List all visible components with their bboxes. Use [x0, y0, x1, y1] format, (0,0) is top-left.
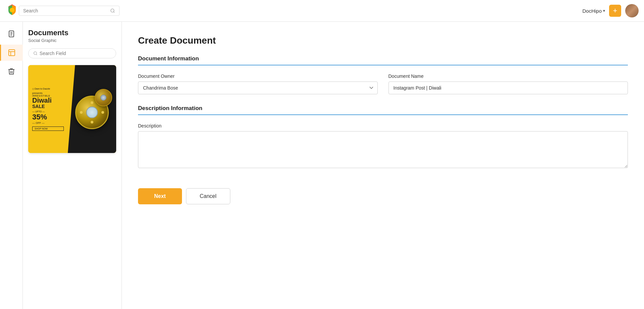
avatar[interactable] [625, 4, 639, 17]
document-info-form-row: Document Owner Chandrima Bose Document N… [138, 73, 628, 94]
app-logo[interactable] [5, 3, 19, 18]
svg-rect-7 [9, 50, 15, 56]
cancel-button[interactable]: Cancel [186, 188, 230, 204]
document-info-section: Document Information [138, 55, 628, 65]
navbar: DocHipo ▾ + [0, 0, 644, 22]
document-name-input[interactable] [388, 82, 628, 94]
field-search-icon [33, 51, 38, 56]
sidebar-item-trash[interactable] [3, 63, 19, 80]
diwali-logo-text: ◇ Dare to Dazzle [32, 88, 64, 90]
svg-point-1 [111, 9, 114, 12]
action-row: Next Cancel [138, 188, 628, 204]
description-textarea[interactable] [138, 131, 628, 168]
section-description-info-title: Description Information [138, 105, 202, 111]
add-button[interactable]: + [609, 5, 621, 17]
search-input[interactable] [23, 8, 108, 13]
sidebar [0, 22, 23, 309]
sidebar-item-documents[interactable] [3, 26, 19, 42]
description-section: Description Information Description [138, 105, 628, 168]
document-owner-select[interactable]: Chandrima Bose [138, 82, 378, 94]
diwali-title: Diwali [32, 97, 64, 104]
document-icon [7, 30, 15, 38]
panel-subtitle: Social Graphic [28, 38, 116, 43]
template-card[interactable]: ◇ Dare to Dazzle presents IRRESISTIBLE D… [28, 65, 116, 153]
diwali-upto: — UPTO — [32, 110, 64, 113]
description-label: Description [138, 123, 628, 128]
diwali-left-panel: ◇ Dare to Dazzle presents IRRESISTIBLE D… [28, 65, 68, 153]
panel-title: Documents [28, 29, 116, 37]
document-owner-group: Document Owner Chandrima Bose [138, 73, 378, 94]
document-name-group: Document Name [388, 73, 628, 94]
svg-point-10 [34, 52, 37, 55]
next-button[interactable]: Next [138, 188, 182, 204]
avatar-image [625, 4, 639, 17]
documents-panel: Documents Social Graphic ◇ Dare to Dazzl… [23, 22, 122, 309]
chevron-down-icon: ▾ [603, 8, 605, 13]
diwali-presents: presents [32, 92, 64, 95]
template-icon [8, 49, 16, 57]
description-group: Description [138, 123, 628, 168]
trash-icon [7, 67, 15, 75]
diwali-sale: SALE [32, 104, 64, 109]
description-info-section: Description Information [138, 105, 628, 115]
field-search-bar[interactable] [28, 48, 116, 58]
diwali-percent: 35% [32, 113, 64, 121]
diwali-off: — OFF — [32, 121, 64, 124]
navbar-right: DocHipo ▾ + [582, 4, 639, 17]
diwali-right-panel [68, 65, 116, 153]
document-name-label: Document Name [388, 73, 628, 79]
svg-point-0 [10, 8, 14, 12]
document-owner-label: Document Owner [138, 73, 378, 79]
diwali-shop: SHOP NOW [32, 126, 64, 131]
main-content: Create Document Document Information Doc… [122, 22, 644, 309]
page-title: Create Document [138, 35, 628, 46]
svg-line-2 [113, 12, 114, 13]
diwali-graphic: ◇ Dare to Dazzle presents IRRESISTIBLE D… [28, 65, 116, 153]
svg-line-11 [36, 54, 37, 55]
brand-label[interactable]: DocHipo ▾ [582, 8, 605, 14]
sidebar-item-templates[interactable] [0, 45, 23, 61]
section-document-info-title: Document Information [138, 55, 199, 62]
search-field-input[interactable] [40, 51, 111, 56]
search-icon [110, 8, 115, 13]
search-bar[interactable] [19, 6, 120, 16]
